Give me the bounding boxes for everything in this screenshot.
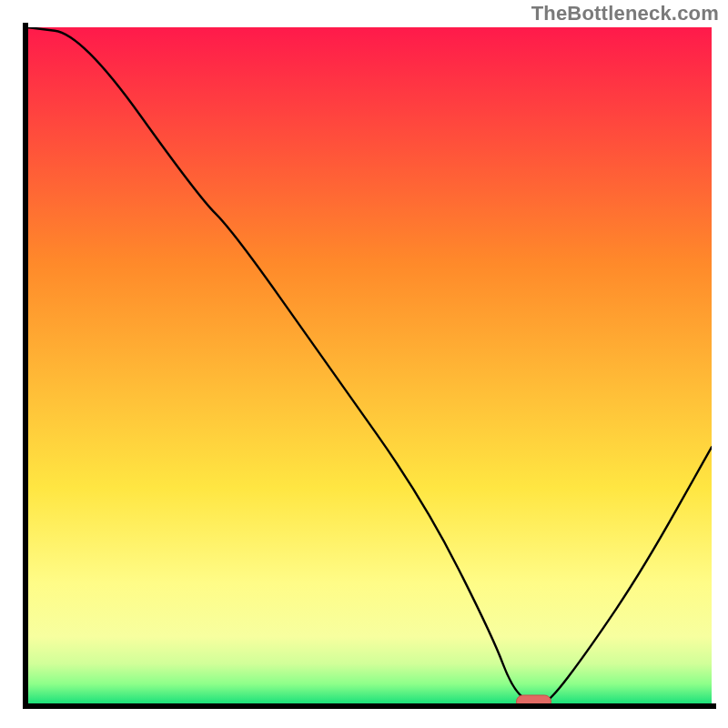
watermark-text: TheBottleneck.com xyxy=(531,2,719,25)
plot-background xyxy=(27,27,712,704)
chart-container: TheBottleneck.com xyxy=(0,0,728,728)
bottleneck-chart xyxy=(0,0,728,728)
